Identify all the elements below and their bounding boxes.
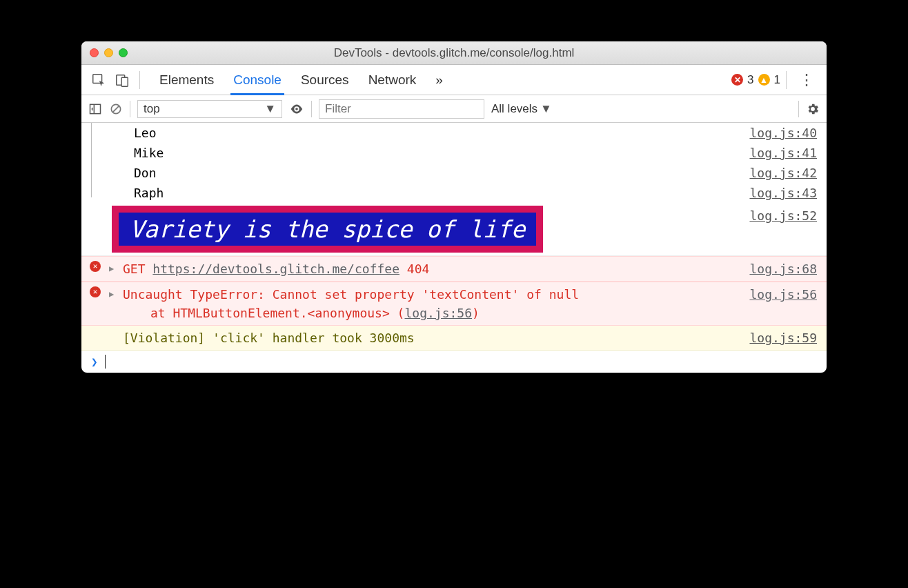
- tab-elements[interactable]: Elements: [159, 65, 214, 95]
- log-entry[interactable]: Leo log.js:40: [98, 123, 827, 143]
- issue-counts[interactable]: ✕ 3 ▲ 1: [731, 71, 787, 89]
- warning-badge-icon: ▲: [758, 74, 770, 86]
- source-link[interactable]: log.js:43: [749, 186, 817, 200]
- separator: [798, 101, 799, 117]
- close-window-button[interactable]: [90, 48, 99, 57]
- separator: [311, 101, 312, 117]
- source-link[interactable]: log.js:41: [749, 146, 817, 160]
- separator: [130, 101, 130, 117]
- log-entry-error[interactable]: ✕ ▶ Uncaught TypeError: Cannot set prope…: [81, 282, 827, 326]
- log-text: Raph: [134, 186, 164, 200]
- tab-overflow[interactable]: »: [435, 65, 443, 95]
- input-caret: [105, 355, 106, 369]
- devtools-window: DevTools - devtools.glitch.me/console/lo…: [81, 41, 827, 373]
- panel-tabs: Elements Console Sources Network »: [159, 65, 443, 95]
- source-link[interactable]: log.js:52: [749, 206, 817, 223]
- error-count: 3: [747, 73, 753, 87]
- inspect-element-icon[interactable]: [88, 70, 109, 90]
- log-entry[interactable]: Mike log.js:41: [98, 143, 827, 163]
- stack-prefix: at HTMLButtonElement.<anonymous> (: [150, 306, 404, 320]
- chevron-down-icon: ▼: [540, 102, 552, 116]
- context-selector[interactable]: top ▼: [137, 100, 282, 118]
- svg-rect-3: [90, 104, 101, 113]
- filter-input[interactable]: [319, 99, 484, 119]
- expand-arrow-icon[interactable]: ▶: [109, 285, 123, 300]
- source-link[interactable]: log.js:42: [749, 166, 817, 180]
- tab-console[interactable]: Console: [233, 65, 282, 95]
- error-message: Uncaught TypeError: Cannot set property …: [123, 285, 749, 304]
- console-settings-icon[interactable]: [806, 102, 820, 116]
- clear-console-icon[interactable]: [109, 102, 123, 116]
- live-expression-icon[interactable]: [289, 101, 304, 117]
- log-entry[interactable]: Don log.js:42: [98, 163, 827, 183]
- source-link[interactable]: log.js:68: [749, 259, 817, 278]
- separator: [139, 71, 140, 89]
- log-entry-styled[interactable]: Variety is the spice of life log.js:52: [81, 203, 827, 256]
- panel-tabbar: Elements Console Sources Network » ✕ 3 ▲…: [81, 65, 827, 95]
- stack-link[interactable]: log.js:56: [404, 306, 472, 320]
- http-method: GET: [123, 262, 146, 276]
- minimize-window-button[interactable]: [104, 48, 113, 57]
- log-text: Don: [134, 166, 157, 180]
- request-url[interactable]: https://devtools.glitch.me/coffee: [152, 262, 399, 276]
- svg-rect-2: [121, 77, 128, 86]
- console-output: Leo log.js:40 Mike log.js:41 Don log.js:…: [81, 123, 827, 373]
- log-group: Leo log.js:40 Mike log.js:41 Don log.js:…: [81, 123, 827, 203]
- window-title: DevTools - devtools.glitch.me/console/lo…: [90, 46, 818, 60]
- log-entry[interactable]: Raph log.js:43: [98, 183, 827, 203]
- warning-count: 1: [774, 73, 780, 87]
- stack-suffix: ): [472, 306, 480, 320]
- device-toolbar-icon[interactable]: [112, 70, 132, 90]
- styled-log-box: Variety is the spice of life: [112, 206, 543, 253]
- log-entry-error[interactable]: ✕ ▶ GET https://devtools.glitch.me/coffe…: [81, 256, 827, 282]
- error-icon: ✕: [90, 286, 101, 297]
- tree-connector: [91, 123, 92, 197]
- tab-network[interactable]: Network: [368, 65, 417, 95]
- log-levels-selector[interactable]: All levels ▼: [491, 102, 552, 116]
- styled-log-text: Variety is the spice of life: [119, 213, 536, 246]
- error-icon: ✕: [90, 261, 101, 272]
- toggle-sidebar-icon[interactable]: [88, 102, 102, 116]
- error-badge-icon: ✕: [731, 74, 743, 86]
- tab-sources[interactable]: Sources: [301, 65, 349, 95]
- source-link[interactable]: log.js:56: [749, 285, 817, 304]
- window-controls: [90, 48, 128, 57]
- violation-text: [Violation] 'click' handler took 3000ms: [123, 329, 749, 347]
- source-link[interactable]: log.js:59: [749, 329, 817, 347]
- http-status: 404: [407, 262, 430, 276]
- prompt-chevron-icon: ❯: [91, 355, 98, 369]
- log-text: Mike: [134, 146, 164, 160]
- chevron-down-icon: ▼: [264, 102, 276, 116]
- levels-label: All levels: [491, 102, 537, 116]
- console-prompt[interactable]: ❯: [81, 351, 827, 373]
- console-toolbar: top ▼ All levels ▼: [81, 95, 827, 123]
- more-options-icon[interactable]: ⋮: [793, 71, 820, 89]
- expand-arrow-icon[interactable]: ▶: [109, 259, 123, 275]
- source-link[interactable]: log.js:40: [749, 126, 817, 140]
- svg-point-5: [295, 108, 298, 110]
- context-value: top: [144, 102, 160, 116]
- log-text: Leo: [134, 126, 157, 140]
- zoom-window-button[interactable]: [119, 48, 128, 57]
- titlebar: DevTools - devtools.glitch.me/console/lo…: [81, 41, 827, 65]
- log-entry-violation[interactable]: [Violation] 'click' handler took 3000ms …: [81, 326, 827, 351]
